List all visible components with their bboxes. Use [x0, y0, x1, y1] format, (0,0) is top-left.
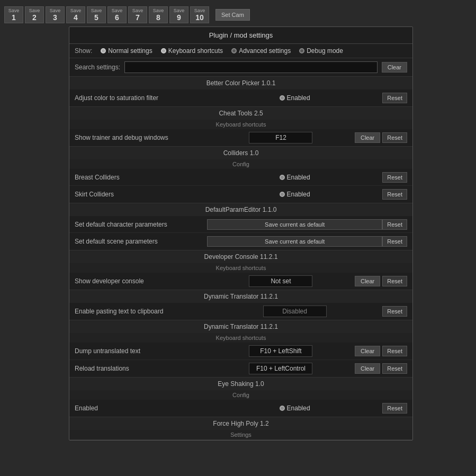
setting-label: Skirt Colliders [75, 191, 207, 198]
plugin-header-2: Colliders 1.0 [69, 147, 412, 159]
shortcut-value: F10 + LeftShift [249, 345, 312, 357]
camera-10-button[interactable]: Save10 [190, 6, 209, 23]
plugin-subtitle-6: Keyboard shortcuts [69, 333, 412, 343]
setting-value: Save current as default [207, 236, 382, 247]
setting-value: F12 [207, 132, 355, 143]
clear-button[interactable]: Clear [355, 346, 380, 356]
reset-button[interactable]: Reset [382, 219, 407, 230]
camera-1-button[interactable]: Save1 [4, 6, 23, 23]
setting-value: Not set [207, 275, 355, 287]
radio-dot-2 [231, 48, 237, 53]
reset-button[interactable]: Reset [382, 306, 407, 317]
plugin-subtitle-1: Keyboard shortcuts [69, 120, 412, 129]
show-option-label-3: Debug mode [307, 47, 343, 55]
camera-5-button[interactable]: Save5 [87, 6, 106, 23]
reset-button[interactable]: Reset [382, 172, 407, 183]
plugin-header-8: Force High Poly 1.2 [69, 417, 412, 430]
shortcut-value: F10 + LeftControl [249, 363, 312, 374]
setting-label: Reload translations [75, 365, 207, 372]
enabled-toggle[interactable]: Enabled [280, 405, 310, 412]
reset-button[interactable]: Reset [382, 363, 407, 374]
enabled-toggle[interactable]: Enabled [280, 174, 310, 181]
plugin-section-2: Colliders 1.0ConfigBreast CollidersEnabl… [69, 147, 412, 203]
plugin-header-1: Cheat Tools 2.5 [69, 107, 412, 120]
plugin-section-0: Better Color Picker 1.0.1Adjust color to… [69, 77, 412, 107]
show-option-1[interactable]: Keyboard shortcuts [161, 47, 223, 55]
plugin-subtitle-8: Settings [69, 430, 412, 439]
clear-button[interactable]: Clear [355, 363, 380, 374]
camera-6-button[interactable]: Save6 [107, 6, 127, 23]
show-option-0[interactable]: Normal settings [101, 47, 152, 55]
show-option-3[interactable]: Debug mode [299, 47, 343, 55]
radio-dot-1 [161, 48, 166, 53]
enabled-toggle[interactable]: Enabled [280, 94, 310, 102]
setting-row: Set default character parametersSave cur… [69, 216, 412, 233]
setting-value: Disabled [207, 306, 382, 317]
plugin-header-5: Dynamic Translator 11.2.1 [69, 290, 412, 303]
setting-row: EnabledEnabledReset [69, 400, 412, 417]
camera-7-button[interactable]: Save7 [128, 6, 147, 23]
plugin-list: Better Color Picker 1.0.1Adjust color to… [69, 77, 412, 440]
setting-row: Show trainer and debug windowsF12ClearRe… [69, 129, 412, 146]
radio-dot-0 [101, 48, 106, 53]
setting-actions: ClearReset [355, 346, 407, 356]
setting-label: Show developer console [75, 277, 207, 285]
reset-button[interactable]: Reset [382, 276, 407, 286]
search-bar: Search settings: Clear [69, 58, 412, 77]
reset-button[interactable]: Reset [382, 403, 407, 414]
setting-value: Enabled [207, 191, 382, 198]
setting-actions: Reset [382, 236, 407, 247]
show-option-label-1: Keyboard shortcuts [168, 47, 223, 55]
enabled-label: Enabled [287, 405, 310, 412]
show-label: Show: [75, 47, 92, 55]
setting-row: Breast CollidersEnabledReset [69, 169, 412, 186]
enabled-dot [280, 95, 285, 101]
save-default-button[interactable]: Save current as default [207, 219, 382, 230]
setting-value: Enabled [207, 94, 382, 102]
enabled-dot [280, 192, 285, 197]
save-default-button[interactable]: Save current as default [207, 236, 382, 247]
plugin-settings-dialog: Plugin / mod settings Show: Normal setti… [69, 26, 413, 441]
top-toolbar: Save1Save2Save3Save4Save5Save6Save7Save8… [0, 0, 476, 29]
camera-3-button[interactable]: Save3 [46, 6, 65, 23]
search-input[interactable] [124, 61, 378, 73]
setting-actions: Reset [382, 219, 407, 230]
camera-2-button[interactable]: Save2 [25, 6, 44, 23]
clear-button[interactable]: Clear [355, 276, 380, 286]
camera-9-button[interactable]: Save9 [169, 6, 188, 23]
reset-button[interactable]: Reset [382, 93, 407, 103]
plugin-header-7: Eye Shaking 1.0 [69, 378, 412, 390]
reset-button[interactable]: Reset [382, 236, 407, 247]
setting-row: Reload translationsF10 + LeftControlClea… [69, 360, 412, 377]
clear-search-button[interactable]: Clear [382, 62, 407, 73]
setting-value: Save current as default [207, 219, 382, 230]
setting-value: Enabled [207, 174, 382, 181]
plugin-section-3: DefaultParamEditor 1.1.0Set default char… [69, 203, 412, 250]
setting-label: Enabled [75, 405, 207, 412]
setting-row: Adjust color to saturation filterEnabled… [69, 89, 412, 106]
enabled-dot [280, 406, 285, 411]
set-camera-button[interactable]: Set Cam [215, 9, 250, 21]
setting-actions: Reset [382, 403, 407, 414]
setting-row: Dump untranslated textF10 + LeftShiftCle… [69, 343, 412, 360]
reset-button[interactable]: Reset [382, 132, 407, 143]
clear-button[interactable]: Clear [355, 132, 380, 143]
setting-value: F10 + LeftShift [207, 345, 355, 357]
enabled-label: Enabled [287, 174, 310, 181]
show-option-2[interactable]: Advanced settings [231, 47, 291, 55]
enabled-toggle[interactable]: Enabled [280, 191, 310, 198]
setting-actions: Reset [382, 306, 407, 317]
reset-button[interactable]: Reset [382, 189, 407, 200]
search-settings-label: Search settings: [75, 64, 120, 71]
plugin-header-0: Better Color Picker 1.0.1 [69, 77, 412, 89]
camera-8-button[interactable]: Save8 [149, 6, 168, 23]
plugin-section-6: Dynamic Translator 11.2.1Keyboard shortc… [69, 320, 412, 378]
setting-label: Dump untranslated text [75, 347, 207, 355]
reset-button[interactable]: Reset [382, 346, 407, 356]
disabled-value: Disabled [263, 306, 327, 317]
setting-actions: ClearReset [355, 363, 407, 374]
camera-4-button[interactable]: Save4 [66, 6, 85, 23]
plugin-section-5: Dynamic Translator 11.2.1Enable pasting … [69, 290, 412, 320]
setting-label: Set default character parameters [75, 221, 207, 228]
plugin-section-1: Cheat Tools 2.5Keyboard shortcutsShow tr… [69, 107, 412, 147]
